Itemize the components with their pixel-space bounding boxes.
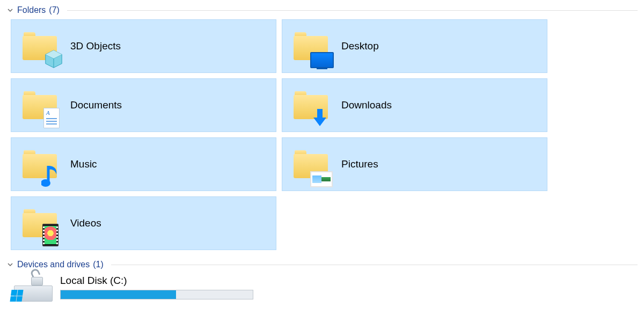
folder-label: Downloads xyxy=(341,99,392,111)
drive-info: Local Disk (C:) xyxy=(60,274,253,299)
folder-icon-documents xyxy=(19,84,61,126)
folder-videos[interactable]: Videos xyxy=(11,196,276,250)
document-icon xyxy=(43,108,60,128)
folder-icon-videos xyxy=(19,202,61,244)
cube-icon xyxy=(43,49,64,69)
folder-label: Music xyxy=(70,158,97,170)
section-count: (7) xyxy=(49,5,60,15)
folder-label: 3D Objects xyxy=(70,40,121,52)
folder-icon-music xyxy=(19,143,61,185)
section-count: (1) xyxy=(93,260,104,269)
folder-label: Videos xyxy=(70,217,101,229)
music-note-icon xyxy=(41,163,60,188)
folder-3d-objects[interactable]: 3D Objects xyxy=(11,19,276,73)
folder-icon-pictures xyxy=(290,143,332,185)
chevron-down-icon xyxy=(6,6,14,14)
monitor-icon xyxy=(310,52,334,68)
download-arrow-icon xyxy=(311,108,328,127)
folder-icon-desktop xyxy=(290,25,332,67)
section-header-drives[interactable]: Devices and drives (1) xyxy=(6,260,638,269)
divider xyxy=(67,10,638,11)
picture-icon xyxy=(310,171,333,187)
svg-rect-3 xyxy=(317,109,323,118)
unlocked-padlock-icon xyxy=(31,270,43,286)
folder-label: Documents xyxy=(70,99,122,111)
folder-downloads[interactable]: Downloads xyxy=(282,78,547,132)
drive-local-disk-c[interactable]: Local Disk (C:) xyxy=(11,274,638,302)
folders-grid: 3D Objects Desktop Documents Dow xyxy=(11,19,638,250)
drive-icon xyxy=(11,274,53,302)
section-title: Devices and drives xyxy=(17,260,90,269)
capacity-bar-fill xyxy=(61,290,176,299)
svg-marker-4 xyxy=(313,118,326,126)
film-icon xyxy=(42,224,58,246)
folder-documents[interactable]: Documents xyxy=(11,78,276,132)
folder-desktop[interactable]: Desktop xyxy=(282,19,547,73)
folder-label: Pictures xyxy=(341,158,378,170)
windows-logo-icon xyxy=(10,290,23,302)
folder-icon-downloads xyxy=(290,84,332,126)
divider xyxy=(111,265,638,265)
drive-label: Local Disk (C:) xyxy=(60,275,253,287)
capacity-bar xyxy=(60,290,253,299)
section-header-folders[interactable]: Folders (7) xyxy=(6,5,638,15)
folder-label: Desktop xyxy=(341,40,379,52)
section-title: Folders xyxy=(17,5,46,15)
folder-music[interactable]: Music xyxy=(11,137,276,191)
folder-icon-3d-objects xyxy=(19,25,61,67)
chevron-down-icon xyxy=(6,261,14,268)
folder-pictures[interactable]: Pictures xyxy=(282,137,547,191)
